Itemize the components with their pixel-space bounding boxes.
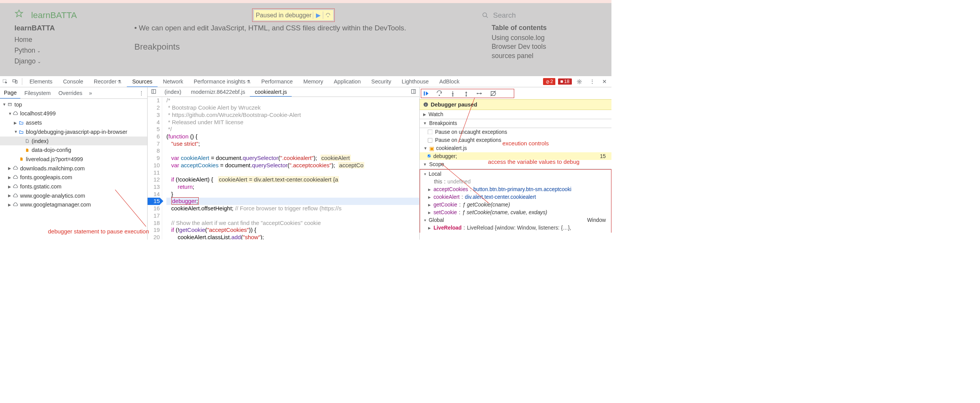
devtools-tab-lighthouse[interactable]: Lighthouse <box>397 76 434 87</box>
devtools-tab-sources[interactable]: Sources <box>127 76 158 87</box>
sidebar-item-python[interactable]: Python ⌄ <box>14 45 120 56</box>
code-editor: (index)modernizr.86422ebf.jscookiealert.… <box>148 87 420 240</box>
file-tree: ▼top▼localhost:4999▶assets▼blog/debuggin… <box>0 99 147 209</box>
site-brand[interactable]: learnBATTA <box>31 10 77 20</box>
inspect-icon[interactable] <box>0 76 10 87</box>
toggle-navigator-icon[interactable] <box>148 89 159 95</box>
info-icon: i <box>423 102 429 107</box>
svg-marker-25 <box>480 92 482 94</box>
toc-item[interactable]: Using console.log <box>492 33 597 42</box>
debugger-status: i Debugger paused <box>420 99 611 110</box>
svg-rect-10 <box>152 90 156 93</box>
sidebar-title: learnBATTA <box>14 24 120 32</box>
error-badge[interactable]: ⊘ 2 <box>543 78 555 85</box>
devtools-tab-elements[interactable]: Elements <box>24 76 58 87</box>
toc-item[interactable]: Browser Dev tools <box>492 42 597 51</box>
tree-item[interactable]: ▶fonts.gstatic.com <box>0 182 147 191</box>
devtools-tab-adblock[interactable]: AdBlock <box>434 76 465 87</box>
file-tab-page[interactable]: Page <box>0 87 20 98</box>
svg-marker-22 <box>465 91 467 93</box>
section-heading: Breakpoints <box>134 42 492 52</box>
svg-rect-12 <box>411 90 415 93</box>
code-tab[interactable]: (index) <box>160 87 186 97</box>
devtools-panel: ElementsConsoleRecorder⚗SourcesNetworkPe… <box>0 76 611 240</box>
svg-text:i: i <box>425 103 426 107</box>
code-tab[interactable]: modernizr.86422ebf.js <box>186 87 250 97</box>
devtools-tab-console[interactable]: Console <box>58 76 88 87</box>
deactivate-breakpoints-button[interactable] <box>490 90 497 97</box>
devtools-tab-recorder[interactable]: Recorder⚗ <box>88 76 127 87</box>
kebab-menu-icon[interactable]: ⋮ <box>587 76 597 87</box>
tree-item[interactable]: livereload.js?port=4999 <box>0 155 147 164</box>
scope-body: ▼Local this: undefined ▶acceptCookies: b… <box>420 169 611 233</box>
sidebar-item-home[interactable]: Home <box>14 34 120 45</box>
devtools-tab-performance[interactable]: Performance <box>256 76 298 87</box>
chevron-right-icon: ▶ <box>423 112 426 117</box>
watch-section[interactable]: ▶Watch <box>420 110 611 119</box>
devtools-tab-memory[interactable]: Memory <box>298 76 329 87</box>
toc-item[interactable]: sources panel <box>492 51 597 60</box>
scope-variable[interactable]: ▶setCookie: ƒ setCookie(cname, cvalue, e… <box>424 209 608 216</box>
step-over-icon[interactable] <box>324 12 331 18</box>
sidebar-item-django[interactable]: Django ⌄ <box>14 56 120 67</box>
devtools-tab-security[interactable]: Security <box>366 76 396 87</box>
file-tab-filesystem[interactable]: Filesystem <box>20 87 54 98</box>
chevron-down-icon: ⌄ <box>37 48 41 53</box>
resume-icon[interactable]: ▶ <box>315 12 321 18</box>
kebab-menu-icon[interactable]: ⋮ <box>135 90 147 96</box>
toggle-sidebar-icon[interactable] <box>407 89 419 95</box>
scope-variable[interactable]: ▶acceptCookies: button.btn.btn-primary.b… <box>424 186 608 193</box>
tree-item[interactable]: ▶www.google-analytics.com <box>0 191 147 200</box>
svg-point-23 <box>466 95 467 96</box>
device-toggle-icon[interactable] <box>10 76 20 87</box>
scope-variable[interactable]: ▶LiveReload: LiveReload {window: Window,… <box>424 224 608 232</box>
step-out-button[interactable] <box>463 90 470 97</box>
devtools-tab-application[interactable]: Application <box>329 76 366 87</box>
svg-point-26 <box>477 93 478 94</box>
svg-marker-0 <box>16 10 23 17</box>
annotation-box: Paused in debugger ▶ <box>252 8 334 22</box>
svg-point-17 <box>439 95 440 96</box>
more-icon[interactable]: » <box>86 90 95 96</box>
search-icon <box>482 12 488 18</box>
resume-button[interactable] <box>423 90 429 97</box>
tree-item[interactable]: ▼top <box>0 100 147 109</box>
chevron-down-icon: ▼ <box>424 146 427 150</box>
step-button[interactable] <box>477 90 483 97</box>
chevron-down-icon: ▼ <box>423 121 427 125</box>
source-code[interactable]: /* * Bootstrap Cookie Alert by Wruczek *… <box>162 97 419 240</box>
scope-variable[interactable]: ▶getCookie: ƒ getCookie(cname) <box>424 201 608 209</box>
devtools-tabbar: ElementsConsoleRecorder⚗SourcesNetworkPe… <box>0 76 611 88</box>
svg-rect-8 <box>8 103 11 106</box>
step-into-button[interactable] <box>450 90 456 97</box>
tree-item[interactable]: ▼blog/debugging-javascript-app-in-browse… <box>0 127 147 137</box>
tree-item[interactable]: ▶fonts.googleapis.com <box>0 173 147 182</box>
file-tab-overrides[interactable]: Overrides <box>55 87 86 98</box>
step-over-button[interactable] <box>436 90 443 97</box>
svg-rect-14 <box>424 91 425 95</box>
tree-item[interactable]: ▼localhost:4999 <box>0 109 147 118</box>
svg-marker-19 <box>452 93 454 95</box>
chevron-down-icon: ⌄ <box>37 58 41 64</box>
close-icon[interactable]: ✕ <box>600 76 609 87</box>
tree-item[interactable]: ▶assets <box>0 118 147 127</box>
svg-line-2 <box>486 16 488 18</box>
warning-badge[interactable]: ■ 18 <box>558 78 572 85</box>
settings-icon[interactable] <box>574 76 585 87</box>
breakpoints-section[interactable]: ▼Breakpoints <box>420 119 611 128</box>
tree-item[interactable]: data-dojo-config <box>0 145 147 155</box>
search-input[interactable]: Search <box>477 9 597 22</box>
tree-item[interactable]: ▶downloads.mailchimp.com <box>0 164 147 173</box>
page-sidebar: learnBATTA Home Python ⌄ Django ⌄ <box>14 24 120 67</box>
sources-file-panel: PageFilesystemOverrides » ⋮ ▼top▼localho… <box>0 87 148 240</box>
code-tab[interactable]: cookiealert.js <box>250 87 292 97</box>
scope-variable[interactable]: ▶cookieAlert: div.alert.text-center.cook… <box>424 193 608 201</box>
tree-item[interactable]: (index) <box>0 137 147 146</box>
pause-uncaught-checkbox[interactable]: Pause on uncaught exceptions <box>420 128 611 136</box>
devtools-tab-network[interactable]: Network <box>158 76 188 87</box>
svg-point-20 <box>452 95 453 96</box>
debugger-paused-badge: Paused in debugger ▶ <box>254 10 333 20</box>
site-logo-icon <box>14 9 24 21</box>
devtools-tab-performance-insights[interactable]: Performance insights⚗ <box>188 76 256 87</box>
table-of-contents: Table of contents Using console.log Brow… <box>492 24 597 67</box>
